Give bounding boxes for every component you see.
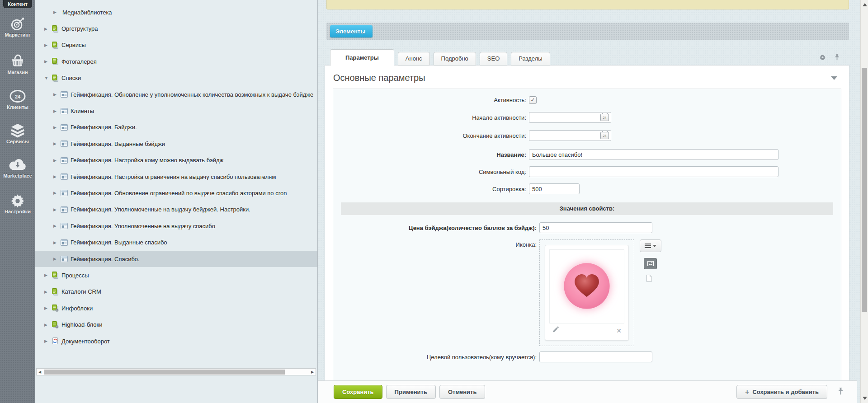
- apply-button[interactable]: Применить: [386, 385, 436, 399]
- edit-pencil-icon[interactable]: [552, 326, 559, 335]
- end-date-input[interactable]: [529, 130, 611, 141]
- plus-icon: +: [745, 388, 749, 396]
- scrollbar-thumb[interactable]: [862, 68, 867, 312]
- sidebar-item-content[interactable]: Контент: [3, 0, 32, 8]
- save-and-add-label: Сохранить и добавить: [752, 389, 819, 395]
- calendar-icon[interactable]: 24: [600, 132, 609, 139]
- notification-bar: [326, 0, 849, 9]
- target-user-input[interactable]: [539, 351, 652, 362]
- scroll-up-icon[interactable]: [863, 3, 867, 6]
- badge-price-input[interactable]: [539, 222, 652, 233]
- settings-gear-icon[interactable]: [819, 54, 826, 62]
- chevron-right-icon[interactable]: ▶: [53, 141, 61, 146]
- scroll-left-icon[interactable]: ◀: [37, 370, 43, 374]
- tab-анонс[interactable]: Анонс: [398, 52, 430, 66]
- app-sidebar: Контент Маркетинг Магазин 24 Клиенты Сер…: [0, 0, 35, 403]
- tree-item[interactable]: ▶Инфоблоки: [35, 300, 317, 316]
- start-date-input[interactable]: [529, 112, 611, 123]
- code-input[interactable]: [529, 166, 778, 177]
- tree-item[interactable]: ▶Геймификация. Выданные спасибо: [35, 234, 317, 250]
- tree-item[interactable]: ▶Документооборот: [35, 333, 317, 349]
- tree-item[interactable]: ▶Геймификация. Настройка кому можно выда…: [35, 152, 317, 169]
- tree-item[interactable]: ▶Оргструктура: [35, 20, 317, 37]
- tab-разделы[interactable]: Разделы: [511, 52, 550, 66]
- chevron-right-icon[interactable]: ▶: [44, 306, 52, 310]
- save-and-add-button[interactable]: + Сохранить и добавить: [736, 385, 827, 399]
- chevron-right-icon[interactable]: ▶: [53, 174, 61, 179]
- chevron-right-icon[interactable]: ▶: [53, 10, 61, 14]
- chevron-right-icon[interactable]: ▶: [53, 109, 61, 113]
- tab-параметры[interactable]: Параметры: [330, 49, 394, 66]
- chevron-right-icon[interactable]: ▶: [44, 273, 52, 277]
- tree-item[interactable]: ▶Медиабиблиотека: [35, 4, 317, 20]
- sidebar-item-settings[interactable]: Настройки: [0, 193, 35, 214]
- pin-icon[interactable]: [834, 53, 840, 63]
- icon-dropzone[interactable]: ✕: [539, 239, 634, 346]
- tree-item-label: Клиенты: [71, 108, 94, 114]
- chevron-right-icon[interactable]: ▶: [44, 339, 52, 343]
- file-mode-button[interactable]: [646, 275, 652, 284]
- tree-item[interactable]: ▶Каталоги CRM: [35, 284, 317, 300]
- image-menu-button[interactable]: [640, 239, 661, 252]
- elements-back-button[interactable]: Элементы: [330, 25, 373, 37]
- chevron-right-icon[interactable]: ▶: [44, 323, 52, 327]
- tree-item[interactable]: ▶Геймификация. Обновление ограничений по…: [35, 185, 317, 201]
- tree-item[interactable]: ▶Highload-блоки: [35, 316, 317, 333]
- sidebar-item-marketplace[interactable]: Marketplace: [0, 158, 35, 178]
- chevron-right-icon[interactable]: ▶: [44, 43, 52, 47]
- tree-item[interactable]: ▶Процессы: [35, 267, 317, 283]
- collapse-section-icon[interactable]: [831, 76, 837, 80]
- cloud-download-icon: [0, 158, 35, 172]
- chevron-right-icon[interactable]: ▶: [53, 125, 61, 130]
- list-blue-icon: [61, 141, 69, 147]
- chevron-right-icon[interactable]: ▶: [53, 224, 61, 228]
- sidebar-item-shop[interactable]: Магазин: [0, 54, 35, 75]
- sidebar-item-marketing[interactable]: Маркетинг: [0, 17, 35, 37]
- calendar-icon[interactable]: 24: [600, 114, 609, 121]
- activity-checkbox[interactable]: [529, 96, 537, 104]
- tree-item[interactable]: ▶Клиенты: [35, 103, 317, 119]
- tree-item[interactable]: ▶Геймификация. Настройка ограничения на …: [35, 169, 317, 185]
- tree-item[interactable]: ▶Фотогалерея: [35, 53, 317, 70]
- tree-item[interactable]: ▶Сервисы: [35, 37, 317, 53]
- image-mode-button[interactable]: [644, 258, 657, 269]
- chevron-right-icon[interactable]: ▶: [44, 27, 52, 31]
- tree-item-label: Геймификация. Настройка ограничения на в…: [71, 173, 276, 180]
- chevron-right-icon[interactable]: ▶: [53, 240, 61, 245]
- tree-item[interactable]: ▶Геймификация. Спасибо.: [35, 251, 317, 267]
- chevron-right-icon[interactable]: ▶: [53, 207, 61, 212]
- section-title: Основные параметры: [333, 73, 425, 83]
- start-date-label: Начало активности:: [333, 114, 529, 121]
- name-input[interactable]: [529, 149, 778, 160]
- chevron-right-icon[interactable]: ▶: [53, 158, 61, 163]
- pin-icon[interactable]: [838, 387, 844, 397]
- tree-item[interactable]: ▶Геймификация. Уполномоченные на выдачу …: [35, 202, 317, 218]
- tree-item[interactable]: ▼Списки: [35, 70, 317, 86]
- tree-horizontal-scrollbar[interactable]: ◀ ▶: [36, 368, 316, 375]
- tab-подробно[interactable]: Подробно: [434, 52, 476, 66]
- chevron-right-icon[interactable]: ▶: [44, 290, 52, 294]
- tree-item[interactable]: ▶Геймификация. Обновление у уполномоченн…: [35, 86, 317, 103]
- save-button[interactable]: Сохранить: [334, 385, 382, 399]
- tree-item[interactable]: ▶Геймификация. Выданные бэйджи: [35, 136, 317, 152]
- scrollbar-thumb[interactable]: [44, 370, 285, 375]
- sidebar-item-services[interactable]: Сервисы: [0, 123, 35, 144]
- chevron-down-icon[interactable]: ▼: [44, 76, 52, 80]
- tree-item[interactable]: ▶Геймификация. Бэйджи.: [35, 119, 317, 136]
- delete-image-icon[interactable]: ✕: [616, 327, 622, 334]
- sidebar-item-clients[interactable]: 24 Клиенты: [0, 89, 35, 110]
- scroll-down-icon[interactable]: [863, 397, 867, 400]
- chevron-right-icon[interactable]: ▶: [53, 191, 61, 195]
- chevron-right-icon[interactable]: ▶: [44, 59, 52, 64]
- scroll-right-icon[interactable]: ▶: [309, 370, 316, 374]
- tree-item-label: Каталоги CRM: [61, 288, 101, 295]
- list-blue-icon: [61, 206, 69, 213]
- chevron-right-icon[interactable]: ▶: [53, 92, 61, 97]
- cancel-button[interactable]: Отменить: [439, 385, 486, 399]
- chevron-right-icon[interactable]: ▶: [53, 257, 61, 261]
- sort-input[interactable]: [529, 183, 580, 194]
- tree-item[interactable]: ▶Геймификация. Уполномоченные на выдачу …: [35, 218, 317, 234]
- tab-seo[interactable]: SEO: [480, 52, 507, 66]
- window-vertical-scrollbar[interactable]: [860, 0, 868, 403]
- tree-item-label: Медиабиблиотека: [62, 9, 112, 16]
